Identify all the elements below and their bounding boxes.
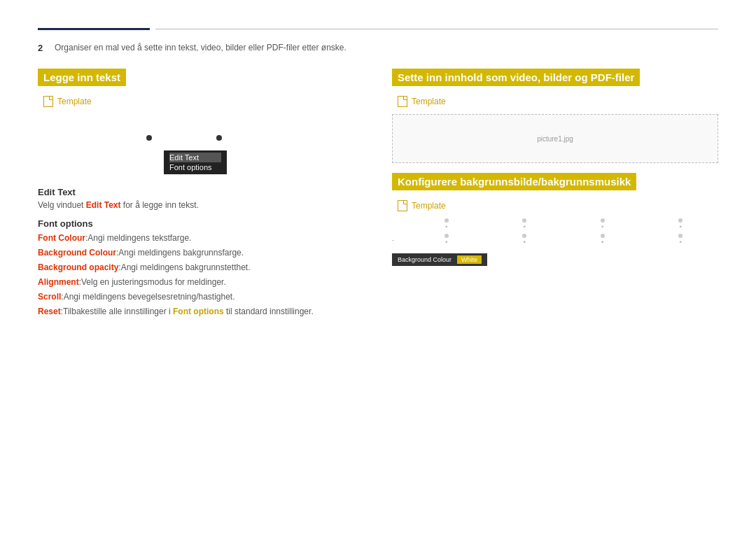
font-colour-key: Font Colour: [38, 233, 85, 243]
left-section-heading: Legge inn tekst: [38, 69, 126, 86]
intro-text: Organiser en mal ved å sette inn tekst, …: [55, 43, 346, 52]
image-placeholder: picture1.jpg: [392, 114, 718, 163]
option-alignment: Alignment:Velg en justeringsmodus for me…: [38, 276, 364, 288]
gray-divider-line: [155, 29, 718, 29]
bg-dot-4: *: [643, 218, 719, 231]
popup-font-options[interactable]: Font options: [169, 162, 221, 172]
main-content: Legge inn tekst Template Edit Text Font …: [38, 69, 718, 320]
template-item-right1: Template: [398, 96, 718, 107]
image-filename: picture1.jpg: [537, 135, 573, 143]
font-options-heading: Font options: [38, 218, 364, 229]
option-reset: Reset:Tilbakestille alle innstillinger i…: [38, 305, 364, 318]
bg-config-area: * * * * - * * * * Background Colour Whit…: [392, 218, 718, 266]
bg-dot-6: *: [487, 234, 563, 246]
bg-grid-row2: - * * * *: [392, 234, 718, 246]
bg-opacity-key: Background opacity: [38, 262, 118, 272]
template-file-icon-right2: [398, 200, 407, 211]
handle-right[interactable]: [216, 135, 222, 141]
template-label-right2: Template: [412, 201, 446, 211]
blue-accent-line: [38, 28, 150, 30]
bg-dot-2: *: [487, 218, 563, 231]
bg-colour-key: Background Colour: [38, 248, 116, 258]
option-bg-colour: Background Colour:Angi meldingens bakgru…: [38, 246, 364, 259]
editor-area[interactable]: Edit Text Font options: [38, 114, 364, 177]
alignment-key: Alignment: [38, 277, 79, 287]
option-bg-opacity: Background opacity:Angi meldingens bakgr…: [38, 261, 364, 274]
template-file-icon-right1: [398, 96, 407, 107]
scroll-key: Scroll: [38, 292, 61, 302]
top-divider: [38, 28, 718, 30]
reset-key: Reset: [38, 307, 61, 316]
template-file-icon: [43, 96, 53, 107]
bg-dot-3: *: [565, 218, 640, 231]
edit-popup[interactable]: Edit Text Font options: [164, 150, 227, 174]
template-item-right2: Template: [398, 200, 718, 211]
step-number: 2: [38, 43, 48, 53]
edit-text-inline-key: Edit Text: [86, 200, 121, 210]
bg-grid-row1: * * * *: [392, 218, 718, 231]
template-label-right1: Template: [412, 97, 446, 106]
bg-dot-7: *: [565, 234, 640, 246]
edit-text-desc: Velg vinduet Edit Text for å legge inn t…: [38, 200, 364, 210]
template-label-left: Template: [57, 97, 92, 106]
bg-dot-8: *: [643, 234, 719, 246]
bg-dot-5: *: [409, 234, 484, 246]
bg-toolbar-btn[interactable]: White: [457, 255, 482, 264]
popup-edit-text[interactable]: Edit Text: [169, 153, 221, 162]
template-item-left: Template: [43, 96, 364, 107]
font-options-list: Font Colour:Angi meldingens tekstfarge. …: [38, 232, 364, 318]
edit-text-heading: Edit Text: [38, 187, 364, 197]
bg-toolbar[interactable]: Background Colour White: [392, 253, 487, 266]
step-intro: 2 Organiser en mal ved å sette inn tekst…: [38, 43, 718, 53]
left-column: Legge inn tekst Template Edit Text Font …: [38, 69, 364, 320]
option-scroll: Scroll:Angi meldingens bevegelsesretning…: [38, 290, 364, 303]
right-column: Sette inn innhold som video, bilder og P…: [392, 69, 718, 320]
bg-toolbar-label: Background Colour: [398, 256, 451, 263]
font-options-ref: Font options: [173, 307, 224, 316]
right-section-heading2: Konfigurere bakgrunnsbilde/bakgrunnsmusi…: [392, 173, 636, 190]
right-section-heading1: Sette inn innhold som video, bilder og P…: [392, 69, 640, 86]
handle-left[interactable]: [146, 135, 152, 141]
option-font-colour: Font Colour:Angi meldingens tekstfarge.: [38, 232, 364, 244]
bg-dot-1: *: [409, 218, 484, 231]
